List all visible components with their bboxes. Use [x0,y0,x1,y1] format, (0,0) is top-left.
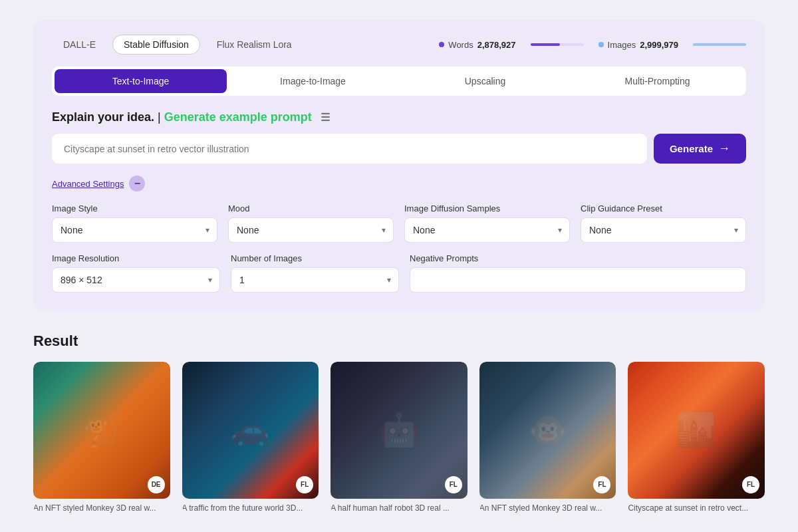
words-bar-fill [531,43,560,46]
advanced-settings-row: Advanced Settings − [52,176,746,192]
clip-guidance-select[interactable]: None [581,217,746,243]
model-tabs-left: DALL-E Stable Diffusion Flux Realism Lor… [52,35,303,55]
negative-prompts-input[interactable] [410,267,746,293]
images-bar [693,43,746,46]
image-1-caption: An NFT styled Monkey 3D real w... [33,503,170,513]
generate-arrow-icon: → [718,142,730,156]
words-bar [531,43,584,46]
clip-guidance-label: Clip Guidance Preset [581,203,746,213]
negative-prompts-label: Negative Prompts [410,253,746,263]
image-card-3[interactable]: 🤖 FL A half human half robot 3D real ... [331,362,467,513]
image-resolution-select-wrapper: 896 × 512 [52,267,220,293]
image-4: 🐵 FL [479,362,616,499]
words-stat: Words 2,878,927 [439,40,515,50]
clip-guidance-select-wrapper: None [581,217,746,243]
prompt-prefix: Explain your idea. [52,110,154,124]
tab-multi-prompting[interactable]: Multi-Prompting [571,69,743,93]
number-of-images-select[interactable]: 1 [231,267,399,293]
image-3: 🤖 FL [331,362,467,499]
number-of-images-select-wrapper: 1 [231,267,399,293]
images-dot [598,42,604,47]
clip-guidance-group: Clip Guidance Preset None [581,203,746,243]
diffusion-samples-select-wrapper: None [404,217,570,243]
image-card-1[interactable]: 🐒 DE An NFT styled Monkey 3D real w... [33,362,170,513]
settings-row-2: Image Resolution 896 × 512 Number of Ima… [52,253,746,293]
image-style-select[interactable]: None [52,217,217,243]
tab-image-to-image[interactable]: Image-to-Image [227,69,399,93]
tab-text-to-image[interactable]: Text-to-Image [55,69,227,93]
image-1-badge: DE [148,476,165,493]
image-resolution-select[interactable]: 896 × 512 [52,267,220,293]
image-1: 🐒 DE [33,362,170,499]
negative-prompts-group: Negative Prompts [410,253,746,293]
number-of-images-group: Number of Images 1 [231,253,399,293]
number-of-images-label: Number of Images [231,253,399,263]
main-card: DALL-E Stable Diffusion Flux Realism Lor… [33,20,765,311]
images-bar-fill [693,43,746,46]
image-5-caption: Cityscape at sunset in retro vect... [628,503,765,513]
model-tab-dalle[interactable]: DALL-E [52,35,107,55]
diffusion-samples-select[interactable]: None [404,217,570,243]
image-3-caption: A half human half robot 3D real ... [331,503,467,513]
image-4-badge: FL [593,476,610,493]
image-resolution-label: Image Resolution [52,253,220,263]
image-card-5[interactable]: 🏙️ FL Cityscape at sunset in retro vect.… [628,362,765,513]
image-1-overlay: 🐒 [33,362,170,499]
image-card-4[interactable]: 🐵 FL An NFT styled Monkey 3D real w... [479,362,616,513]
prompt-input-row: Generate → [52,134,746,164]
prompt-input[interactable] [52,134,647,164]
image-5-badge: FL [742,476,759,493]
images-grid: 🐒 DE An NFT styled Monkey 3D real w... 🚗… [33,362,765,513]
image-4-caption: An NFT styled Monkey 3D real w... [479,503,616,513]
prompt-separator: | [158,110,164,124]
prompt-heading: Explain your idea. | Generate example pr… [52,110,746,124]
image-2-caption: A traffic from the future world 3D... [182,503,319,513]
image-3-badge: FL [445,476,462,493]
advanced-settings-label[interactable]: Advanced Settings [52,179,124,189]
image-resolution-group: Image Resolution 896 × 512 [52,253,220,293]
diffusion-samples-label: Image Diffusion Samples [404,203,570,213]
image-card-2[interactable]: 🚗 FL A traffic from the future world 3D.… [182,362,319,513]
mood-select[interactable]: None [228,217,394,243]
image-5: 🏙️ FL [628,362,765,499]
images-stat: Images 2,999,979 [598,40,678,50]
result-section: Result 🐒 DE An NFT styled Monkey 3D real… [33,332,765,513]
model-tab-flux-realism[interactable]: Flux Realism Lora [205,35,303,55]
tab-upscaling[interactable]: Upscaling [399,69,571,93]
image-2: 🚗 FL [182,362,319,499]
generate-example-link[interactable]: Generate example prompt [164,110,312,124]
settings-row-1: Image Style None Mood None Image Diffusi… [52,203,746,243]
advanced-settings-toggle[interactable]: − [129,176,145,192]
model-tabs-row: DALL-E Stable Diffusion Flux Realism Lor… [52,35,746,55]
mood-select-wrapper: None [228,217,394,243]
image-style-label: Image Style [52,203,217,213]
image-style-group: Image Style None [52,203,217,243]
image-2-badge: FL [296,476,313,493]
list-icon[interactable]: ☰ [321,111,330,124]
mood-group: Mood None [228,203,394,243]
diffusion-samples-group: Image Diffusion Samples None [404,203,570,243]
stats-area: Words 2,878,927 Images 2,999,979 [439,40,746,50]
mood-label: Mood [228,203,394,213]
model-tab-stable-diffusion[interactable]: Stable Diffusion [112,35,200,55]
image-style-select-wrapper: None [52,217,217,243]
result-heading: Result [33,332,765,350]
feature-tabs: Text-to-Image Image-to-Image Upscaling M… [52,66,746,96]
generate-button[interactable]: Generate → [654,134,746,164]
words-dot [439,42,444,47]
